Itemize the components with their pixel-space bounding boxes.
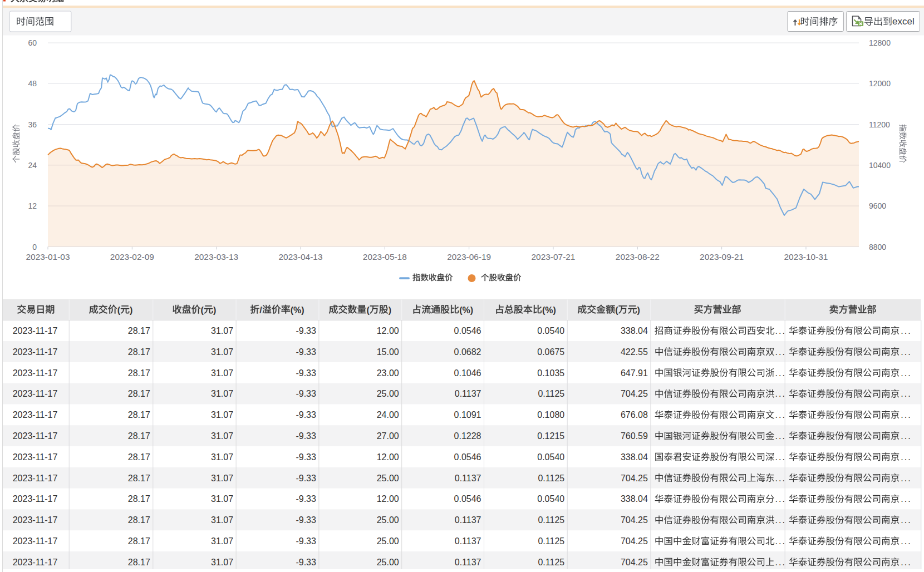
svg-text:2023-01-03: 2023-01-03	[26, 253, 70, 262]
svg-text:31.07: 31.07	[211, 536, 233, 546]
svg-text:28.17: 28.17	[128, 558, 150, 567]
svg-text:-9.33: -9.33	[296, 474, 316, 483]
svg-text:12.00: 12.00	[377, 494, 399, 504]
svg-text:31.07: 31.07	[211, 410, 233, 420]
svg-text:31.07: 31.07	[211, 326, 233, 336]
svg-text:9600: 9600	[869, 201, 886, 210]
svg-text:31.07: 31.07	[211, 558, 233, 567]
svg-text:2023-07-21: 2023-07-21	[531, 253, 575, 262]
svg-text:31.07: 31.07	[211, 515, 233, 525]
svg-text:28.17: 28.17	[128, 515, 150, 525]
svg-text:2023-11-17: 2023-11-17	[13, 368, 58, 378]
svg-text:25.00: 25.00	[377, 389, 399, 398]
svg-text:2023-08-22: 2023-08-22	[616, 253, 660, 262]
svg-text:760.59: 760.59	[621, 431, 648, 441]
svg-text:...: ...	[901, 326, 911, 336]
svg-text:12800: 12800	[869, 38, 891, 47]
svg-text:422.55: 422.55	[621, 347, 648, 357]
svg-text:...: ...	[901, 536, 911, 546]
svg-text:(%): (%)	[291, 305, 304, 315]
svg-text:...: ...	[775, 389, 786, 398]
svg-text:...: ...	[901, 558, 911, 567]
svg-text:676.08: 676.08	[621, 410, 648, 420]
svg-text:0.1228: 0.1228	[454, 431, 481, 441]
svg-text:0.0546: 0.0546	[454, 326, 481, 336]
svg-text:25.00: 25.00	[377, 536, 399, 546]
svg-text:28.17: 28.17	[128, 347, 150, 357]
svg-text:12000: 12000	[869, 79, 891, 88]
svg-text:11200: 11200	[869, 120, 890, 129]
svg-text:31.07: 31.07	[211, 368, 233, 378]
svg-text:23.00: 23.00	[377, 368, 399, 378]
svg-text:24: 24	[28, 161, 37, 170]
svg-text:0.0675: 0.0675	[537, 347, 564, 357]
svg-text:48: 48	[28, 79, 37, 88]
svg-text:(%): (%)	[459, 305, 473, 315]
svg-text:-9.33: -9.33	[296, 368, 316, 378]
svg-text:28.17: 28.17	[128, 389, 150, 398]
svg-text:-9.33: -9.33	[296, 410, 316, 420]
svg-text:338.04: 338.04	[621, 452, 648, 462]
svg-text:2023-11-17: 2023-11-17	[13, 452, 58, 462]
svg-text:...: ...	[901, 515, 911, 525]
svg-text:(%): (%)	[542, 305, 556, 315]
svg-text:36: 36	[28, 120, 37, 129]
svg-text:-9.33: -9.33	[296, 452, 316, 462]
svg-text:0.1091: 0.1091	[454, 410, 481, 420]
svg-text:...: ...	[775, 347, 786, 357]
svg-text:2023-11-17: 2023-11-17	[13, 536, 58, 546]
svg-text:...: ...	[901, 410, 911, 420]
svg-text:(: (	[615, 305, 618, 315]
svg-text:2023-11-17: 2023-11-17	[13, 389, 58, 398]
svg-text:...: ...	[901, 389, 911, 398]
svg-text:2023-11-17: 2023-11-17	[13, 558, 58, 567]
svg-text:excel: excel	[892, 16, 915, 27]
svg-text:2023-11-17: 2023-11-17	[13, 431, 58, 441]
svg-text:...: ...	[901, 347, 911, 357]
svg-text:...: ...	[901, 452, 911, 462]
svg-text:31.07: 31.07	[211, 389, 233, 398]
svg-text:-9.33: -9.33	[296, 558, 316, 567]
svg-text:...: ...	[775, 410, 786, 420]
svg-text:-9.33: -9.33	[296, 431, 316, 441]
svg-text:60: 60	[28, 38, 37, 47]
svg-text:...: ...	[775, 326, 786, 336]
svg-text:31.07: 31.07	[211, 452, 233, 462]
svg-text:-9.33: -9.33	[296, 515, 316, 525]
svg-text:0.1046: 0.1046	[454, 368, 481, 378]
svg-text:25.00: 25.00	[377, 474, 399, 483]
svg-text:2023-03-13: 2023-03-13	[194, 253, 238, 262]
svg-text:...: ...	[775, 494, 786, 504]
svg-text:28.17: 28.17	[128, 452, 150, 462]
svg-text:25.00: 25.00	[377, 558, 399, 567]
svg-text:2023-11-17: 2023-11-17	[13, 494, 58, 504]
svg-text:704.25: 704.25	[621, 389, 648, 398]
svg-text:): )	[389, 305, 391, 315]
svg-text:(: (	[201, 305, 204, 315]
svg-text:-9.33: -9.33	[296, 389, 316, 398]
svg-text:0.1137: 0.1137	[455, 515, 481, 525]
svg-text:0.1137: 0.1137	[455, 536, 481, 546]
svg-text:-9.33: -9.33	[296, 347, 316, 357]
svg-text:0.1125: 0.1125	[538, 558, 564, 567]
svg-text:...: ...	[901, 494, 911, 504]
svg-text:25.00: 25.00	[377, 515, 399, 525]
svg-text:0.1080: 0.1080	[537, 410, 564, 420]
svg-text:): )	[130, 305, 132, 315]
svg-text:2023-10-31: 2023-10-31	[784, 253, 828, 262]
svg-text:): )	[637, 305, 640, 315]
svg-text:2023-04-13: 2023-04-13	[278, 253, 322, 262]
svg-text:647.91: 647.91	[621, 368, 648, 378]
svg-text:10400: 10400	[869, 161, 891, 170]
svg-text:(: (	[366, 305, 370, 315]
svg-text:28.17: 28.17	[128, 368, 150, 378]
svg-text:/: /	[259, 305, 262, 315]
svg-text:...: ...	[775, 431, 786, 441]
svg-text:...: ...	[775, 452, 786, 462]
svg-text:338.04: 338.04	[621, 326, 648, 336]
svg-text:-9.33: -9.33	[296, 536, 316, 546]
svg-text:0.1125: 0.1125	[538, 515, 564, 525]
svg-text:...: ...	[901, 431, 911, 441]
svg-text:28.17: 28.17	[128, 474, 150, 483]
svg-text:8800: 8800	[869, 243, 886, 252]
